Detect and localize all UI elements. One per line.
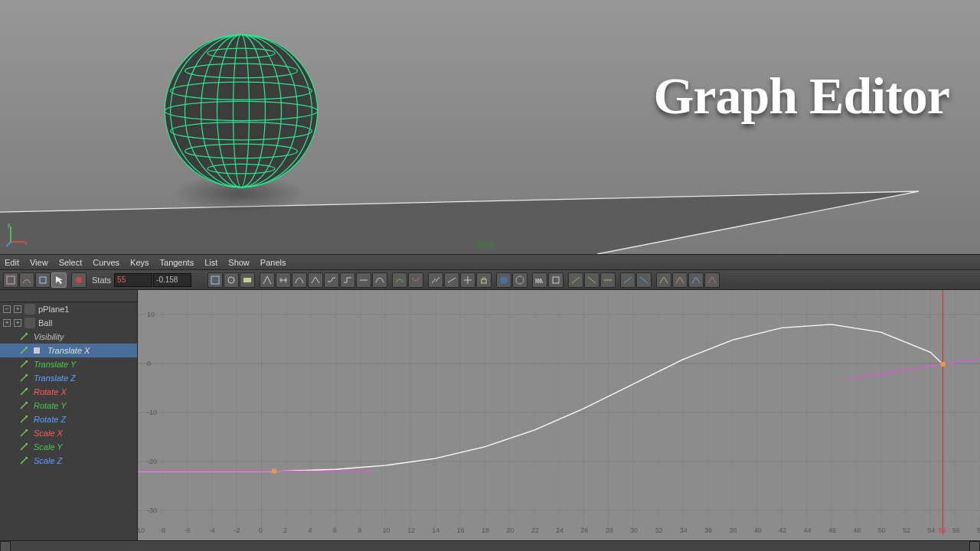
tangent-c-icon[interactable] — [600, 272, 616, 288]
lock-tangent-icon[interactable] — [476, 272, 492, 288]
free-tangent-icon[interactable] — [460, 272, 475, 288]
scroll-track[interactable] — [11, 541, 969, 551]
scroll-left-icon[interactable] — [0, 541, 11, 551]
svg-text:10: 10 — [147, 311, 155, 318]
svg-text:50: 50 — [878, 527, 886, 534]
center-view-icon[interactable] — [224, 272, 239, 288]
scroll-right-icon[interactable] — [969, 541, 980, 551]
select-tool-icon[interactable] — [51, 272, 67, 288]
svg-text:-20: -20 — [147, 458, 157, 465]
normalize-icon[interactable] — [260, 272, 275, 288]
outliner[interactable]: − + pPlane1+ + Ball VisibilityTranslate … — [0, 290, 138, 540]
ground-plane — [0, 0, 980, 254]
buffer-swap-icon[interactable] — [392, 272, 407, 288]
connection-icon — [20, 388, 28, 396]
svg-rect-22 — [40, 277, 46, 283]
time-snap-icon[interactable] — [71, 272, 87, 288]
channel-rz[interactable]: Rotate Z — [0, 412, 137, 426]
break-tangent-icon[interactable] — [428, 272, 443, 288]
channel-ty[interactable]: Translate Y — [0, 357, 137, 371]
svg-text:34: 34 — [680, 527, 688, 534]
channel-sz[interactable]: Scale Z — [0, 454, 137, 468]
graph-canvas[interactable]: -30-20-10010-10-8-6-4-202468101214161820… — [138, 290, 980, 540]
expand-icon[interactable]: + — [14, 305, 21, 313]
stat-value-input[interactable] — [153, 273, 191, 287]
plateau-tangent-icon[interactable] — [372, 272, 387, 288]
auto-frame-icon[interactable] — [240, 272, 255, 288]
connection-icon — [20, 443, 28, 451]
channel-sy[interactable]: Scale Y — [0, 440, 137, 454]
menu-panels[interactable]: Panels — [260, 258, 286, 267]
svg-text:12: 12 — [407, 527, 415, 534]
channel-tz[interactable]: Translate Z — [0, 371, 137, 385]
channel-label: Translate Y — [34, 360, 76, 369]
channel-rx[interactable]: Rotate X — [0, 385, 137, 399]
isolate-curve-icon[interactable] — [496, 272, 511, 288]
overlay-title: Graph Editor — [653, 66, 949, 126]
tangent-a-icon[interactable] — [568, 272, 583, 288]
horizontal-scrollbar[interactable] — [0, 540, 980, 551]
svg-text:0: 0 — [147, 360, 151, 367]
outliner-node[interactable]: + + Ball — [0, 316, 137, 330]
collapse-icon[interactable]: − — [3, 305, 11, 313]
channel-label: Rotate Z — [34, 415, 66, 424]
move-nearest-key-tool-icon[interactable] — [3, 272, 18, 288]
pre-infinity-icon[interactable] — [532, 272, 547, 288]
animation-curve[interactable] — [138, 324, 942, 471]
svg-text:26: 26 — [580, 527, 588, 534]
menu-show[interactable]: Show — [228, 258, 250, 267]
frame-all-icon[interactable] — [207, 272, 223, 288]
region-c-icon[interactable] — [688, 272, 704, 288]
channel-sx[interactable]: Scale X — [0, 426, 137, 440]
menu-tangents[interactable]: Tangents — [160, 258, 194, 267]
svg-text:22: 22 — [531, 527, 539, 534]
stepped-tangent-icon[interactable] — [340, 272, 355, 288]
insert-key-tool-icon[interactable] — [19, 272, 34, 288]
svg-text:56: 56 — [952, 527, 960, 534]
menu-curves[interactable]: Curves — [93, 258, 119, 267]
channel-label: Translate Z — [34, 373, 76, 383]
linear-tangent-icon[interactable] — [308, 272, 323, 288]
svg-text:32: 32 — [655, 527, 662, 534]
keyframe[interactable] — [940, 362, 945, 367]
menu-list[interactable]: List — [204, 258, 217, 267]
channel-tx[interactable]: Translate X — [0, 344, 137, 357]
absolute-view-icon[interactable] — [512, 272, 528, 288]
svg-text:-2: -2 — [234, 527, 240, 534]
svg-text:x: x — [24, 240, 28, 246]
channel-ry[interactable]: Rotate Y — [0, 399, 137, 412]
menu-edit[interactable]: Edit — [5, 258, 19, 267]
connection-icon — [20, 416, 28, 423]
channel-vis[interactable]: Visibility — [0, 330, 137, 344]
unify-tangent-icon[interactable] — [444, 272, 459, 288]
weighted-b-icon[interactable] — [636, 272, 652, 288]
flat-tangent-icon[interactable] — [356, 272, 371, 288]
camera-label: persp — [475, 240, 494, 249]
curve-plot[interactable]: -30-20-10010-10-8-6-4-202468101214161820… — [138, 290, 980, 535]
svg-rect-30 — [553, 277, 559, 283]
menu-select[interactable]: Select — [59, 258, 83, 267]
node-icon — [24, 304, 35, 315]
viewport-3d[interactable]: Graph Editor persp y x — [0, 0, 980, 254]
weighted-a-icon[interactable] — [620, 272, 635, 288]
tangent-handle[interactable] — [844, 349, 980, 380]
expand-icon[interactable]: + — [14, 319, 21, 327]
svg-line-18 — [6, 242, 11, 246]
svg-text:-4: -4 — [209, 527, 215, 534]
menu-view[interactable]: View — [30, 258, 48, 267]
stat-key-input[interactable] — [114, 273, 152, 287]
collapse-icon[interactable]: + — [3, 319, 11, 327]
post-infinity-icon[interactable] — [548, 272, 564, 288]
tangent-b-icon[interactable] — [584, 272, 599, 288]
outliner-node[interactable]: − + pPlane1 — [0, 302, 137, 316]
keyframe[interactable] — [272, 469, 276, 474]
buffer-snapshot-icon[interactable] — [408, 272, 423, 288]
region-b-icon[interactable] — [672, 272, 688, 288]
clamped-tangent-icon[interactable] — [324, 272, 339, 288]
region-a-icon[interactable] — [656, 272, 671, 288]
region-d-icon[interactable] — [704, 272, 720, 288]
spline-tangent-icon[interactable] — [292, 272, 307, 288]
lattice-tool-icon[interactable] — [35, 272, 51, 288]
menu-keys[interactable]: Keys — [130, 258, 149, 267]
denormalize-icon[interactable] — [276, 272, 291, 288]
